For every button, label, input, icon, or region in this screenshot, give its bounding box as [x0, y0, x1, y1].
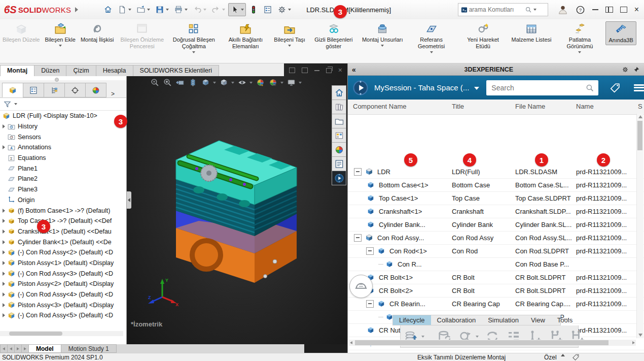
- home-icon[interactable]: [101, 3, 115, 16]
- filter-funnel-icon[interactable]: [3, 100, 12, 109]
- grid-row-bottom-case-1-[interactable]: Bottom Case<1>Bottom CaseBottom Case.SL.…: [348, 178, 644, 192]
- doc-tab-nav-last-button[interactable]: [21, 344, 29, 353]
- doc-tab-nav-first-button[interactable]: [0, 344, 8, 353]
- tree-item-history[interactable]: History: [0, 121, 126, 132]
- collapse-expander[interactable]: [354, 168, 362, 176]
- tab-d-zen[interactable]: Düzen: [34, 65, 66, 76]
- scroll-left-arrow[interactable]: [350, 341, 352, 344]
- open-icon[interactable]: [134, 3, 152, 16]
- zoom-area-icon[interactable]: [163, 78, 172, 87]
- grid-row-cr-bolt-1-[interactable]: CR Bolt<1>CR BoltCR Bolt.SLDPRTprd-R1132…: [348, 271, 644, 284]
- help-icon[interactable]: ?: [576, 5, 585, 15]
- column-header-component-name[interactable]: Component Name: [353, 103, 407, 110]
- options-list-icon[interactable]: [261, 3, 274, 16]
- tree-expand-arrow[interactable]: [0, 313, 7, 317]
- ribbon-button-gizli-bile-enleri-g-ster[interactable]: Gizli Bileşenleri göster: [308, 21, 360, 51]
- new-window-icon[interactable]: [289, 68, 295, 73]
- status-unit[interactable]: Özel: [544, 354, 557, 361]
- ribbon-button-yeni-hareket-et-d-[interactable]: Yeni Hareket Etüdü: [457, 21, 509, 51]
- threedx-compass-button[interactable]: [332, 171, 346, 185]
- panel-pin-icon[interactable]: [633, 66, 640, 73]
- dropdown-caret-icon[interactable]: [59, 45, 62, 47]
- dropdown-caret-icon[interactable]: [578, 51, 581, 53]
- tree-expand-arrow[interactable]: [0, 209, 7, 213]
- scroll-up-arrow[interactable]: [638, 115, 642, 118]
- edit-appearance-icon[interactable]: [256, 78, 265, 87]
- section-view-icon[interactable]: [188, 78, 198, 87]
- hide-show-eye-icon[interactable]: [237, 78, 253, 87]
- panel-search-icon[interactable]: [585, 83, 594, 92]
- ribbon-button-malzeme-listesi[interactable]: Malzeme Listesi: [509, 21, 554, 44]
- grid-row-cr-bearin-[interactable]: CR Bearin...CR Bearing CapCR Bearing Cap…: [348, 297, 644, 311]
- lifecycle-tab-simulation[interactable]: Simulation: [482, 315, 525, 325]
- ribbon-button-bile-en-ekle[interactable]: Bileşen Ekle: [42, 21, 78, 48]
- tree-item--con-rod-assy-4-default-d[interactable]: (-) Con Rod Assy<4> (Default) <D: [0, 289, 126, 300]
- ribbon-button-speedpak-alt-montajlar-n-g-ncelle[interactable]: !SpeedPak Alt Montajlarını Güncelle: [636, 21, 644, 57]
- tree-item-origin[interactable]: Origin: [0, 195, 126, 206]
- menu-burger-icon[interactable]: [634, 84, 644, 91]
- tree-item-piston-assy-2-default-display[interactable]: Piston Assy<2> (Default) <Display: [0, 279, 126, 289]
- command-search-input[interactable]: [468, 6, 525, 14]
- print-icon[interactable]: [172, 3, 190, 16]
- fm-tab-property-manager[interactable]: [23, 83, 44, 97]
- fm-tabs-more-arrow[interactable]: >: [111, 90, 115, 97]
- tree-expand-arrow[interactable]: [0, 261, 7, 265]
- 3dexperience-compass-icon[interactable]: [352, 79, 369, 96]
- appearances-button[interactable]: [332, 142, 346, 157]
- grid-row-top-case-1-[interactable]: Top Case<1>Top CaseTop Case.SLDPRTprd-R1…: [348, 191, 644, 205]
- grid-row-con-rod-assy-[interactable]: Con Rod Assy...Con Rod AssyCon Rod Assy.…: [348, 231, 644, 245]
- split-restore-button[interactable]: [605, 7, 613, 13]
- tab--izim[interactable]: Çizim: [66, 65, 96, 76]
- design-library-button[interactable]: [332, 100, 346, 114]
- tree-expand-arrow[interactable]: [0, 272, 7, 276]
- tree-item-plane1[interactable]: Plane1: [0, 163, 126, 174]
- apply-scene-icon[interactable]: [268, 78, 283, 87]
- maximize-button[interactable]: [620, 7, 627, 13]
- child-close-icon[interactable]: ×: [338, 68, 342, 73]
- scroll-right-arrow[interactable]: [632, 341, 635, 344]
- display-style-icon[interactable]: [219, 78, 234, 87]
- dropdown-caret-icon[interactable]: [381, 45, 384, 47]
- select-cursor-icon[interactable]: [228, 3, 246, 16]
- tree-item--con-rod-assy-5-default-d[interactable]: (-) Con Rod Assy<5> (Default) <D: [0, 310, 126, 321]
- cascade-icon[interactable]: [302, 68, 308, 73]
- dropdown-caret-icon[interactable]: [430, 51, 433, 53]
- file-explorer-button[interactable]: [332, 114, 346, 128]
- doc-tab-nav-next-button[interactable]: [14, 344, 22, 353]
- tree-expand-arrow[interactable]: [0, 145, 7, 149]
- ribbon-button-montaj-unsurlar-[interactable]: Montaj Unsurları: [360, 21, 406, 48]
- panel-splitter-dot[interactable]: [55, 78, 59, 82]
- status-tag-icon[interactable]: [572, 353, 580, 361]
- unit-caret-icon[interactable]: [561, 354, 565, 356]
- tree-item-equations[interactable]: ΣEquations: [0, 153, 126, 163]
- ribbon-button-referans-geometrisi[interactable]: Referans Geometrisi: [406, 21, 457, 54]
- zoom-fit-icon[interactable]: [150, 78, 160, 87]
- grid-row-con-rod-1-[interactable]: Con Rod<1>Con RodCon Rod.SLDPRTprd-R1132…: [348, 244, 644, 258]
- view-palette-button[interactable]: [332, 128, 346, 143]
- tree-expand-arrow[interactable]: [0, 229, 7, 234]
- search-caret[interactable]: [533, 9, 536, 11]
- dropdown-caret-icon[interactable]: [288, 45, 291, 47]
- doc-tab-nav-prev-button[interactable]: [7, 344, 15, 353]
- tree-item-crankshaft-1-default-defau[interactable]: Crankshaft<1> (Default) <<Defau: [0, 226, 126, 237]
- tree-expand-arrow[interactable]: [0, 219, 7, 223]
- tree-expand-arrow[interactable]: [0, 250, 7, 254]
- tab-solidworks-eklentileri[interactable]: SOLIDWORKS Eklentileri: [133, 65, 219, 76]
- view-settings-icon[interactable]: [287, 78, 302, 87]
- grid-row-cr-bolt-2-[interactable]: CR Bolt<2>CR BoltCR Bolt.SLDPRTprd-R1132…: [348, 284, 644, 298]
- child-restore-icon[interactable]: [326, 68, 332, 73]
- panel-search-box[interactable]: [486, 80, 598, 95]
- tree-expand-arrow[interactable]: [0, 124, 7, 128]
- ribbon-button-montaj-i-li-kisi[interactable]: Montaj İlişkisi: [78, 21, 116, 44]
- tree-item-piston-assy-3-default-display[interactable]: Piston Assy<3> (Default) <Display: [0, 300, 126, 310]
- tree-expand-arrow[interactable]: [0, 303, 7, 307]
- tree-item--con-rod-assy-3-default-d[interactable]: (-) Con Rod Assy<3> (Default) <D: [0, 268, 126, 279]
- ribbon-button-bile-eni-ta-[interactable]: Bileşeni Taşı: [271, 21, 308, 48]
- tree-item-annotations[interactable]: AAnnotations: [0, 142, 126, 153]
- tree-expand-arrow[interactable]: [0, 292, 7, 297]
- grid-row-cylinder-bank-[interactable]: Cylinder Bank...Cylinder BankCylinder Ba…: [348, 218, 644, 232]
- tree-item-plane3[interactable]: Plane3: [0, 184, 126, 195]
- tag-icon[interactable]: [610, 82, 621, 93]
- session-chevron-down-icon[interactable]: [474, 87, 479, 90]
- grid-horizontal-scrollbar[interactable]: [349, 340, 636, 346]
